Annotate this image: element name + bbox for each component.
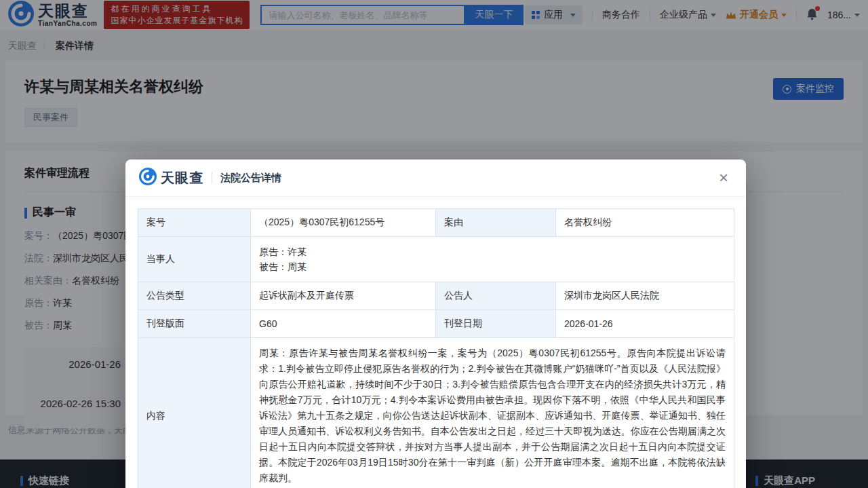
parties-value: 原告：许某 被告：周某 [251, 237, 734, 282]
pub-date-label: 刊登日期 [436, 310, 556, 338]
content-value: 周某：原告许某与被告周某名誉权纠纷一案，案号为（2025）粤0307民初6125… [251, 338, 734, 488]
page-label: 刊登版面 [138, 310, 251, 338]
tianyancha-logo-icon [139, 168, 157, 188]
cause-value: 名誉权纠纷 [556, 209, 734, 237]
court-notice-modal: 天眼查 法院公告详情 × 案号 （2025）粤0307民初61255号 案由 名… [125, 159, 746, 488]
cause-label: 案由 [436, 209, 556, 237]
modal-brand-text: 天眼查 [161, 169, 203, 187]
table-row: 刊登版面 G60 刊登日期 2026-01-26 [138, 310, 734, 338]
notice-type-value: 起诉状副本及开庭传票 [251, 282, 436, 310]
defendant-line: 被告：周某 [259, 259, 726, 274]
divider [212, 172, 212, 184]
pub-date-value: 2026-01-26 [556, 310, 734, 338]
content-label: 内容 [138, 338, 251, 488]
notice-table: 案号 （2025）粤0307民初61255号 案由 名誉权纠纷 当事人 原告：许… [138, 208, 734, 488]
page-value: G60 [251, 310, 436, 338]
table-row: 当事人 原告：许某 被告：周某 [138, 237, 734, 282]
table-row: 公告类型 起诉状副本及开庭传票 公告人 深圳市龙岗区人民法院 [138, 282, 734, 310]
modal-brand: 天眼查 [139, 168, 203, 188]
modal-title: 法院公告详情 [220, 172, 281, 185]
announcer-value: 深圳市龙岗区人民法院 [556, 282, 734, 310]
table-row: 内容 周某：原告许某与被告周某名誉权纠纷一案，案号为（2025）粤0307民初6… [138, 338, 734, 488]
close-icon[interactable]: × [715, 168, 732, 187]
page: 天眼查 TianYanCha.com 都在用的商业查询工具 国家中小企业发展子基… [0, 0, 868, 488]
modal-body: 案号 （2025）粤0307民初61255号 案由 名誉权纠纷 当事人 原告：许… [125, 197, 746, 488]
plaintiff-line: 原告：许某 [259, 244, 726, 259]
case-no-label: 案号 [138, 209, 251, 237]
table-row: 案号 （2025）粤0307民初61255号 案由 名誉权纠纷 [138, 209, 734, 237]
parties-label: 当事人 [138, 237, 251, 282]
announcer-label: 公告人 [436, 282, 556, 310]
case-no-value: （2025）粤0307民初61255号 [251, 209, 436, 237]
modal-header: 天眼查 法院公告详情 × [125, 159, 746, 197]
notice-type-label: 公告类型 [138, 282, 251, 310]
